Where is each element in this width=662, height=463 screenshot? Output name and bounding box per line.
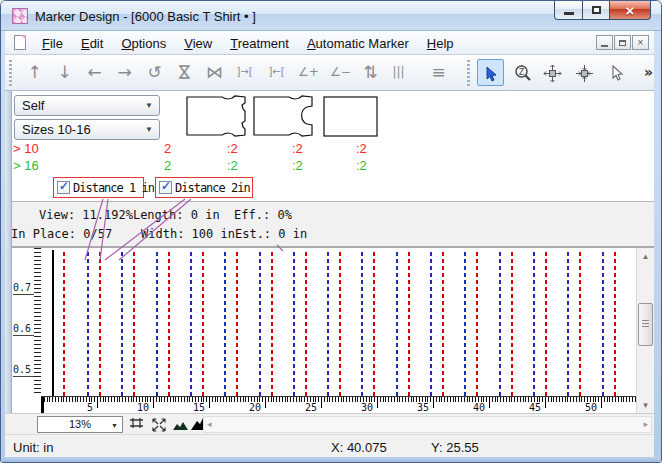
v-ruler-label: 0.7 [13,282,34,295]
close-icon: × [626,3,635,18]
select-tool-button[interactable] [477,59,504,86]
v-ruler: 0.70.60.5 [12,248,41,413]
marker-distance-line [339,252,341,396]
scroll-up-button[interactable]: ▴ [637,248,654,264]
scroll-down-icon: ▾ [643,400,648,410]
fit-view-button[interactable] [151,417,167,433]
move-left-button[interactable]: ← [81,59,108,86]
menu-help[interactable]: Help [418,34,463,53]
zoom-icon: Z [514,64,532,82]
toolbar-gripper-2[interactable] [467,60,470,86]
sizes-select[interactable]: Sizes 10-16 ▼ [14,119,160,140]
marker-distance-line [533,252,535,396]
marker-distance-line [202,252,204,396]
mdi-close-button[interactable]: × [632,35,649,50]
tilt-plus-button[interactable]: ∠+ [295,59,322,86]
flip-horizontal-button[interactable]: ⋈ [201,59,228,86]
flip-vertical-button[interactable]: ⋈ [171,59,198,86]
marker-distance-line [511,252,513,396]
size-row-label[interactable]: > 10 [13,141,39,156]
marker-distance-line [168,252,170,396]
close-button[interactable]: × [609,1,651,20]
size-row-label[interactable]: > 16 [13,158,39,173]
distance2-label: Distance 2in [175,181,250,195]
tilt-minus-button[interactable]: ∠− [327,59,354,86]
frame-tool-button[interactable] [129,417,145,431]
checkmark-icon: ✓ [59,179,69,193]
size-rows: > 102:2:2:2> 162:2:2:2 [5,141,654,177]
move-up-button[interactable]: ↑ [21,59,48,86]
h-ruler-label: 5 [75,402,93,413]
menu-automatic-marker[interactable]: Automatic Marker [298,34,418,53]
h-ruler-label: 50 [579,402,597,413]
scroll-up-icon: ▴ [643,251,648,261]
piece-count: :2 [356,141,367,156]
spread-tool-button[interactable] [539,59,566,86]
chevron-more-icon: » [644,64,653,80]
horizontal-scrollbar[interactable]: ◂ ▸ [203,416,652,433]
piece-count: :2 [292,158,303,173]
menu-treatment[interactable]: Treatment [221,34,298,53]
preview-small-button[interactable] [172,420,189,431]
scroll-down-button[interactable]: ▾ [637,397,654,413]
app-icon [12,8,28,24]
v-ruler-label: 0.6 [13,323,34,336]
chevron-down-icon: ▼ [145,102,153,110]
chevron-down-icon: ▼ [145,126,153,134]
rotate-button[interactable]: ↺ [141,59,168,86]
select-cursor-icon [483,66,499,82]
squeeze-tool-button[interactable] [571,59,598,86]
vertical-scroll-thumb[interactable] [638,303,653,346]
move-right-icon: → [117,62,131,82]
menu-file[interactable]: File [33,34,72,53]
pattern-piece-back[interactable] [186,93,248,139]
marker-distance-line [327,252,329,396]
window-title: Marker Design - [6000 Basic T Shirt • ] [35,9,256,24]
fabric-select[interactable]: Self ▼ [14,95,160,116]
mdi-restore-button[interactable] [614,35,631,50]
marker-distance-line [87,252,89,396]
move-down-icon: ↓ [57,62,71,82]
parallel-button[interactable]: ||| [385,59,412,86]
flip-vertical-icon: ⋈ [172,64,198,81]
restore-button[interactable] [582,1,610,20]
move-down-button[interactable]: ↓ [51,59,78,86]
pointer-tool-button[interactable] [603,59,630,86]
ruler-origin-mark [41,397,44,413]
menu-view[interactable]: View [175,34,221,53]
tilt-plus-icon: ∠+ [298,65,319,79]
toolbar-gripper[interactable] [9,60,12,86]
scroll-right-icon: ▸ [643,417,648,432]
menu-options[interactable]: Options [112,34,175,53]
distance1-checkbox[interactable]: ✓ [57,181,70,194]
piece-count: 2 [164,158,171,173]
v-ruler-ticks [34,248,41,396]
h-ruler-label: 25 [299,402,317,413]
marker-distance-line [373,252,375,396]
marker-distance-line [133,252,135,396]
v-ruler-label: 0.5 [13,364,34,377]
pattern-piece-front[interactable] [253,93,315,139]
marker-canvas[interactable] [41,248,638,396]
minimize-button[interactable] [554,1,583,20]
align-vertical-button[interactable]: ⇅ [357,59,384,86]
fit-left-button[interactable]: ]←[ [263,59,290,86]
fit-right-button[interactable]: ]→[ [231,59,258,86]
justify-button[interactable]: ≡ [425,59,452,86]
distance2-checkbox[interactable]: ✓ [159,181,172,194]
mdi-minimize-button[interactable] [596,35,613,50]
side-gutter [5,91,12,413]
zoom-tool-button[interactable]: Z [509,59,536,86]
h-ruler-label: 10 [131,402,149,413]
menu-edit[interactable]: Edit [72,34,112,53]
pattern-piece-sleeve[interactable] [323,96,379,138]
squeeze-icon [575,64,594,83]
marker-distance-line [567,252,569,396]
minimize-icon [564,12,574,15]
h-ruler-label: 15 [187,402,205,413]
piece-count: 2 [164,141,171,156]
move-right-button[interactable]: → [111,59,138,86]
vertical-scrollbar[interactable]: ▴ ▾ [636,248,654,413]
zoom-level-select[interactable]: 13% ▼ [37,416,123,433]
marker-distance-line [614,252,616,396]
